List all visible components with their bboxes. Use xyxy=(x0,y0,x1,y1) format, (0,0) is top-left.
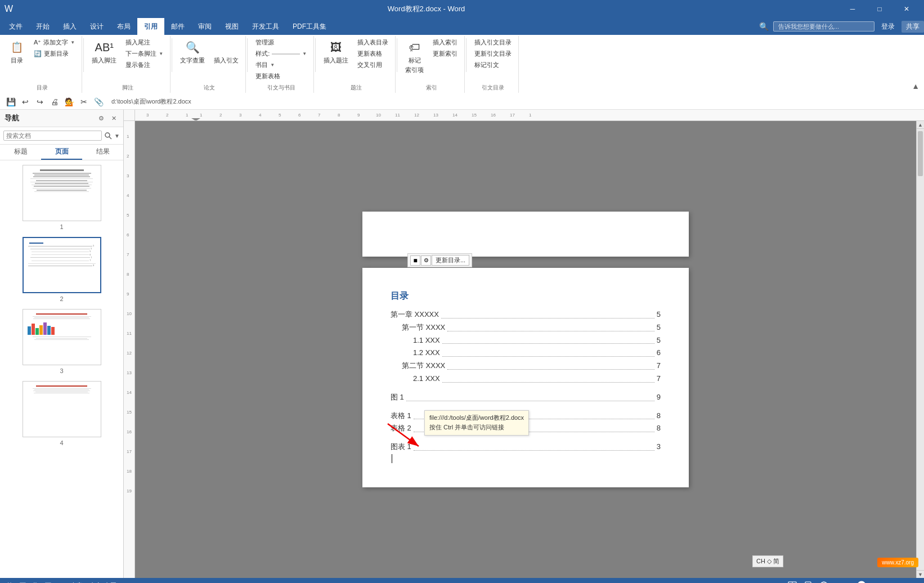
tab-layout[interactable]: 布局 xyxy=(110,18,137,35)
mark-entry-button[interactable]: 🏷 标记 索引项 xyxy=(402,37,427,77)
toc-tb-update-button[interactable]: 更新目录... xyxy=(432,255,469,266)
expand-ribbon-button[interactable]: ▲ xyxy=(912,82,919,91)
tab-mail[interactable]: 邮件 xyxy=(164,18,191,35)
document-scroll-area[interactable]: ■ ⚙ 更新目录... 目录 第一章 XXXXX 5 第一节 xyxy=(135,121,916,578)
scroll-down-button[interactable]: ▼ xyxy=(917,570,924,578)
restore-button[interactable]: □ xyxy=(867,0,892,18)
scroll-thumb[interactable] xyxy=(918,131,923,176)
insert-caption-button[interactable]: 🖼 插入题注 xyxy=(320,37,352,67)
toc-button[interactable]: 📋 目录 xyxy=(6,37,28,67)
page-view-button[interactable] xyxy=(802,580,814,583)
undo-qa-button[interactable]: ↩ xyxy=(19,96,32,108)
insert-table-of-figures-button[interactable]: 插入表目录 xyxy=(354,37,392,48)
right-scrollbar[interactable]: ▲ ▼ xyxy=(916,121,924,578)
svg-line-46 xyxy=(388,424,419,446)
ribbon-group-thesis: 🔍 文字查重 插入引文 论文 xyxy=(173,36,246,93)
ribbon-group-toc-content: 📋 目录 A⁺ 添加文字 ▼ 🔄 更新目录 xyxy=(6,37,78,82)
zoom-decrease-button[interactable]: − xyxy=(838,581,843,583)
style-button[interactable]: 样式: ▼ xyxy=(252,48,310,59)
print-preview-qa-button[interactable]: 🖨 xyxy=(48,96,61,108)
tab-developer[interactable]: 开发工具 xyxy=(245,18,286,35)
svg-text:4: 4 xyxy=(127,193,129,198)
web-view-button[interactable] xyxy=(818,580,829,583)
update-toc-button[interactable]: 🔄 更新目录 xyxy=(30,48,78,59)
scroll-up-button[interactable]: ▲ xyxy=(917,121,924,129)
add-text-button[interactable]: A⁺ 添加文字 ▼ xyxy=(30,37,78,48)
insert-index-button[interactable]: 插入索引 xyxy=(429,37,461,48)
show-notes-button[interactable]: 显示备注 xyxy=(122,60,167,70)
text-check-button[interactable]: 🔍 文字查重 xyxy=(177,37,208,67)
svg-text:10: 10 xyxy=(376,113,381,118)
next-footnote-button[interactable]: 下一条脚注 ▼ xyxy=(122,48,167,59)
tab-insert[interactable]: 插入 xyxy=(56,18,83,35)
nav-search-toggle[interactable]: ⚙ xyxy=(96,113,106,123)
update-index-button[interactable]: 更新索引 xyxy=(429,48,461,59)
page-thumb-2[interactable]: 5 5 5 6 xyxy=(5,237,119,302)
insert-endnote-button[interactable]: 插入尾注 xyxy=(122,37,167,48)
style-dropdown[interactable]: ▼ xyxy=(302,51,307,56)
zoom-increase-button[interactable]: + xyxy=(892,581,897,583)
tab-pdf-tools[interactable]: PDF工具集 xyxy=(286,18,333,35)
thumb-img-3 xyxy=(23,309,101,365)
nav-tab-headings[interactable]: 标题 xyxy=(0,145,41,160)
login-button[interactable]: 登录 xyxy=(881,22,895,32)
nav-tab-pages[interactable]: 页面 xyxy=(41,145,82,160)
bib-dropdown[interactable]: ▼ xyxy=(270,62,275,68)
tab-design[interactable]: 设计 xyxy=(83,18,110,35)
page-thumb-3[interactable]: 3 xyxy=(5,309,119,374)
update-table-bib-button[interactable]: 更新表格 xyxy=(252,71,310,82)
share-button[interactable]: 共享 xyxy=(901,21,924,33)
insert-toa-button[interactable]: 插入引文目录 xyxy=(471,37,515,48)
ime-badge[interactable]: CH ◇ 简 xyxy=(752,555,783,567)
nav-search-input[interactable] xyxy=(3,131,102,141)
minimize-button[interactable]: ─ xyxy=(840,0,865,18)
ruler-svg: 3 2 1 1 2 3 4 5 6 7 8 9 10 11 12 13 14 xyxy=(135,110,924,120)
redo-qa-button[interactable]: ↪ xyxy=(34,96,46,108)
svg-text:5: 5 xyxy=(279,113,281,118)
search-dropdown-button[interactable]: ▼ xyxy=(114,133,120,139)
close-button[interactable]: ✕ xyxy=(894,0,919,18)
tab-view[interactable]: 视图 xyxy=(218,18,245,35)
toc-entry-table1: 表格 1 8 file:///d:/tools/桌面/word教程2.docx … xyxy=(391,410,661,422)
nav-title: 导航 xyxy=(5,113,19,123)
caption-group-label: 题注 xyxy=(351,82,362,92)
search-command-input[interactable] xyxy=(773,21,874,32)
svg-text:17: 17 xyxy=(127,449,132,454)
nav-close-button[interactable]: ✕ xyxy=(109,113,119,123)
insert-footnote-button[interactable]: AB¹ 插入脚注 xyxy=(88,37,120,67)
svg-text:1: 1 xyxy=(529,113,532,118)
help-qa-button[interactable]: 💁 xyxy=(63,96,75,108)
next-footnote-dropdown[interactable]: ▼ xyxy=(159,51,163,56)
nav-search-box: ▼ xyxy=(0,127,123,145)
toc-tb-settings-icon[interactable]: ⚙ xyxy=(421,255,431,266)
nav-search-button[interactable] xyxy=(102,129,114,142)
insert-citation-button[interactable]: 插入引文 xyxy=(210,37,242,67)
nav-tab-results[interactable]: 结果 xyxy=(82,145,123,160)
format-painter-qa-button[interactable]: 📎 xyxy=(92,96,105,108)
svg-text:16: 16 xyxy=(491,113,496,118)
manage-sources-button[interactable]: 管理源 xyxy=(252,37,310,48)
update-toa-button[interactable]: 更新引文目录 xyxy=(471,48,515,59)
sep-2 xyxy=(172,38,172,72)
toc-tb-doc-icon[interactable]: ■ xyxy=(410,255,420,266)
cut-qa-button[interactable]: ✂ xyxy=(78,96,90,108)
mark-citation-button[interactable]: 标记引文 xyxy=(471,60,515,70)
svg-text:10: 10 xyxy=(127,311,132,316)
cross-reference-button[interactable]: 交叉引用 xyxy=(354,60,392,70)
ribbon-group-caption-content: 🖼 插入题注 插入表目录 更新表格 交叉引用 xyxy=(320,37,392,82)
tab-references[interactable]: 引用 xyxy=(137,18,164,35)
page-thumb-4[interactable]: 4 xyxy=(5,381,119,446)
svg-text:9: 9 xyxy=(357,113,360,118)
nav-header: 导航 ⚙ ✕ xyxy=(0,110,123,127)
bibliography-button[interactable]: 书目 ▼ xyxy=(252,60,310,70)
save-qa-button[interactable]: 💾 xyxy=(5,96,17,108)
page-thumb-1[interactable]: 1 xyxy=(5,165,119,230)
tab-file[interactable]: 文件 xyxy=(2,18,29,35)
read-view-button[interactable] xyxy=(787,580,798,583)
tab-home[interactable]: 开始 xyxy=(29,18,56,35)
add-text-dropdown[interactable]: ▼ xyxy=(70,40,75,45)
update-table-caption-button[interactable]: 更新表格 xyxy=(354,48,392,59)
tab-review[interactable]: 审阅 xyxy=(191,18,218,35)
ribbon-content: 📋 目录 A⁺ 添加文字 ▼ 🔄 更新目录 目录 AB¹ 插入脚注 xyxy=(0,35,924,94)
thumb-num-1: 1 xyxy=(60,223,63,230)
